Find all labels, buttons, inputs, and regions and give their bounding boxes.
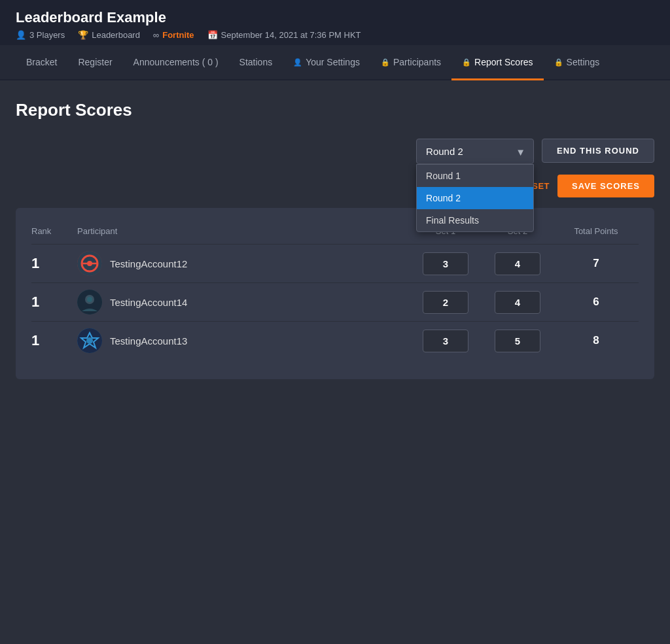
link-icon: ∞ (153, 30, 159, 40)
nav-your-settings[interactable]: 👤 Your Settings (283, 45, 370, 79)
nav-announcements-label: Announcements ( 0 ) (133, 57, 219, 67)
nav-stations-label: Stations (239, 57, 273, 67)
total-3: 8 (554, 334, 639, 347)
set2-cell-2 (482, 291, 554, 314)
table-row: 1 TestingAccount12 7 (31, 244, 639, 282)
avatar-1 (77, 251, 102, 276)
nav-stations[interactable]: Stations (229, 45, 283, 79)
nav-participants[interactable]: 🔒 Participants (370, 45, 451, 79)
dropdown-option-final[interactable]: Final Results (417, 209, 533, 231)
table-row: 1 TestingAccount13 8 (31, 321, 639, 360)
top-meta: 👤 3 Players 🏆 Leaderboard ∞ Fortnite 📅 S… (16, 30, 654, 40)
set2-input-1[interactable] (495, 252, 540, 275)
set2-input-2[interactable] (495, 291, 540, 314)
rank-2: 1 (31, 294, 77, 311)
dropdown-option-round1[interactable]: Round 1 (417, 165, 533, 187)
nav-register[interactable]: Register (67, 45, 122, 79)
participant-name-2: TestingAccount14 (110, 297, 187, 308)
game-link[interactable]: Fortnite (162, 30, 194, 40)
dropdown-option-round2[interactable]: Round 2 (417, 187, 533, 209)
total-1: 7 (554, 257, 639, 270)
table-header: Rank Participant Set 1 Set 2 Total Point… (31, 221, 639, 244)
dropdown-arrow-icon: ▼ (516, 146, 525, 157)
svg-point-6 (87, 297, 92, 302)
dropdown-menu: Round 1 Round 2 Final Results (416, 164, 534, 232)
game-meta[interactable]: ∞ Fortnite (153, 30, 194, 40)
players-meta: 👤 3 Players (16, 30, 65, 40)
trophy-icon: 🏆 (78, 30, 88, 40)
col-rank: Rank (31, 226, 77, 236)
nav-bracket[interactable]: Bracket (16, 45, 67, 79)
rank-1: 1 (31, 255, 77, 272)
top-bar: Leaderboard Example 👤 3 Players 🏆 Leader… (0, 0, 670, 45)
participant-3: TestingAccount13 (77, 328, 410, 353)
total-2: 6 (554, 296, 639, 309)
lock-report-icon: 🔒 (462, 58, 471, 67)
avatar-2 (77, 290, 102, 314)
calendar-icon: 📅 (207, 30, 218, 40)
set1-cell-2 (410, 291, 482, 314)
participant-1: TestingAccount12 (77, 251, 410, 276)
participant-name-1: TestingAccount12 (110, 258, 187, 269)
scores-table-container: Rank Participant Set 1 Set 2 Total Point… (16, 208, 654, 379)
col-participant: Participant (77, 226, 410, 236)
end-round-button[interactable]: END THIS ROUND (542, 139, 654, 163)
lock-settings-icon: 🔒 (554, 58, 563, 67)
leaderboard-meta: 🏆 Leaderboard (78, 30, 140, 40)
controls-row: Round 2 ▼ Round 1 Round 2 Final Results … (16, 139, 654, 164)
set2-cell-1 (482, 252, 554, 275)
set2-cell-3 (482, 330, 554, 352)
nav-register-label: Register (78, 57, 112, 67)
nav-announcements[interactable]: Announcements ( 0 ) (123, 45, 229, 79)
col-total: Total Points (554, 226, 639, 236)
nav-bracket-label: Bracket (26, 57, 57, 67)
svg-point-3 (87, 261, 92, 266)
set1-input-1[interactable] (423, 252, 468, 275)
round-dropdown[interactable]: Round 2 ▼ (416, 139, 534, 164)
nav-report-scores[interactable]: 🔒 Report Scores (451, 45, 543, 79)
save-scores-button[interactable]: SAVE SCORES (557, 175, 654, 197)
avatar-3 (77, 328, 102, 353)
datetime-label: September 14, 2021 at 7:36 PM HKT (221, 30, 361, 40)
nav-settings-label: Settings (567, 57, 600, 67)
set1-input-2[interactable] (423, 291, 468, 314)
nav-report-scores-label: Report Scores (474, 57, 533, 67)
table-row: 1 TestingAccount14 6 (31, 282, 639, 321)
participant-2: TestingAccount14 (77, 290, 410, 314)
main-content: Report Scores Round 2 ▼ Round 1 Round 2 … (0, 80, 670, 395)
round-dropdown-wrapper: Round 2 ▼ Round 1 Round 2 Final Results (416, 139, 534, 164)
nav-settings[interactable]: 🔒 Settings (544, 45, 610, 79)
nav-participants-label: Participants (393, 57, 441, 67)
lock-participants-icon: 🔒 (381, 58, 390, 67)
page-title: Report Scores (16, 100, 654, 120)
players-label: 3 Players (29, 30, 65, 40)
nav-bar: Bracket Register Announcements ( 0 ) Sta… (0, 45, 670, 80)
datetime-meta: 📅 September 14, 2021 at 7:36 PM HKT (207, 30, 361, 40)
set1-cell-1 (410, 252, 482, 275)
rank-3: 1 (31, 332, 77, 349)
set1-cell-3 (410, 330, 482, 352)
set1-input-3[interactable] (423, 330, 468, 352)
nav-your-settings-label: Your Settings (306, 57, 360, 67)
scores-action-row: ADD SET SAVE SCORES (16, 175, 654, 197)
set2-input-3[interactable] (495, 330, 540, 352)
person-icon: 👤 (16, 30, 26, 40)
participant-name-3: TestingAccount13 (110, 335, 187, 347)
person-nav-icon: 👤 (293, 58, 302, 67)
svg-point-9 (86, 337, 93, 344)
leaderboard-label: Leaderboard (92, 30, 140, 40)
round-dropdown-value: Round 2 (426, 146, 463, 157)
app-title: Leaderboard Example (16, 9, 654, 26)
